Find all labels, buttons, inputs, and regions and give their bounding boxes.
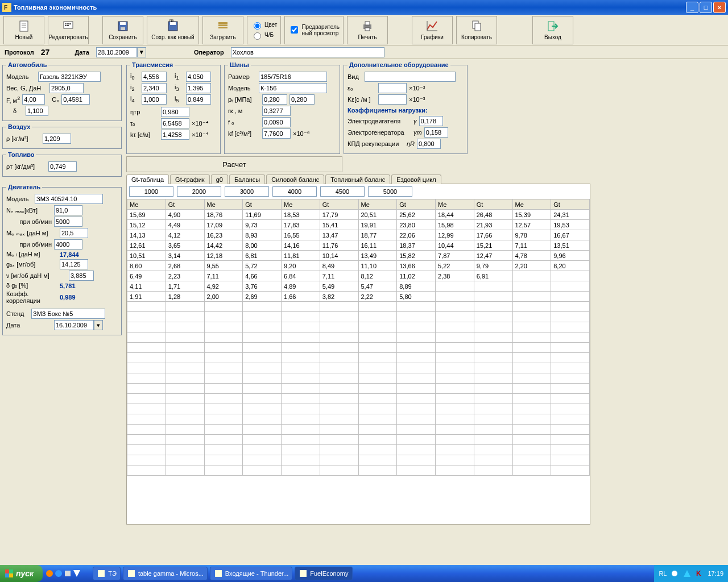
tab-0[interactable]: Gt-таблица	[126, 174, 169, 184]
cell[interactable]	[166, 353, 204, 363]
cell[interactable]	[512, 414, 551, 425]
cell[interactable]	[243, 404, 282, 414]
cell[interactable]	[320, 455, 358, 465]
trans-i3-input[interactable]	[186, 83, 211, 93]
cell[interactable]	[282, 445, 320, 455]
cell[interactable]	[474, 363, 512, 373]
cell[interactable]	[243, 353, 282, 363]
cell[interactable]	[358, 404, 397, 414]
cell[interactable]	[358, 414, 397, 425]
cell[interactable]	[320, 363, 358, 373]
cell[interactable]	[320, 312, 358, 322]
cell[interactable]	[551, 384, 590, 394]
tab-3[interactable]: Балансы	[229, 174, 265, 184]
cell[interactable]	[512, 281, 551, 292]
cell[interactable]	[474, 281, 512, 292]
cell[interactable]	[474, 343, 512, 353]
cell[interactable]: 12,61	[127, 240, 166, 251]
tab-5[interactable]: Топливный баланс	[325, 174, 390, 184]
cell[interactable]: 16,55	[282, 230, 320, 240]
copy-button[interactable]: Копировать	[456, 16, 497, 44]
engine-Memax-rpm-input[interactable]	[54, 239, 82, 250]
cell[interactable]	[512, 404, 551, 414]
cell[interactable]	[551, 302, 590, 312]
cell[interactable]: 8,00	[243, 240, 282, 251]
date-input[interactable]	[96, 47, 137, 57]
cell[interactable]	[436, 394, 474, 404]
cell[interactable]	[397, 404, 436, 414]
auto-weight-input[interactable]	[49, 83, 84, 93]
cell[interactable]	[358, 302, 397, 312]
cell[interactable]: 16,11	[358, 240, 397, 251]
extra-elmot-input[interactable]	[419, 116, 443, 126]
cell[interactable]: 7,11	[512, 240, 551, 251]
cell[interactable]: 8,20	[551, 261, 590, 271]
quicklaunch-icon[interactable]	[72, 569, 81, 578]
cell[interactable]	[204, 363, 243, 373]
cell[interactable]	[512, 455, 551, 465]
cell[interactable]	[358, 373, 397, 384]
cell[interactable]	[282, 302, 320, 312]
cell[interactable]: 7,11	[320, 271, 358, 281]
cell[interactable]	[243, 394, 282, 404]
graphs-button[interactable]: Графики	[412, 16, 453, 44]
cell[interactable]: 10,44	[436, 240, 474, 251]
cell[interactable]	[397, 384, 436, 394]
cell[interactable]: 15,41	[320, 220, 358, 230]
cell[interactable]: 6,91	[474, 271, 512, 281]
cell[interactable]	[397, 343, 436, 353]
extra-kind-input[interactable]	[365, 72, 456, 82]
cell[interactable]	[320, 353, 358, 363]
start-button[interactable]: пуск	[0, 565, 43, 582]
cell[interactable]	[320, 343, 358, 353]
save-button[interactable]: Сохранить	[102, 16, 143, 44]
tray-icon[interactable]: K	[695, 569, 704, 578]
cell[interactable]	[282, 343, 320, 353]
trans-i2-input[interactable]	[142, 83, 167, 93]
cell[interactable]	[551, 373, 590, 384]
cell[interactable]: 4,66	[243, 271, 282, 281]
cell[interactable]: 25,62	[397, 210, 436, 220]
cell[interactable]: 17,79	[320, 210, 358, 220]
cell[interactable]: 12,57	[512, 220, 551, 230]
cell[interactable]: 2,00	[204, 292, 243, 302]
cell[interactable]	[474, 373, 512, 384]
cell[interactable]	[320, 373, 358, 384]
cell[interactable]	[204, 425, 243, 435]
auto-F-input[interactable]	[22, 94, 45, 105]
cell[interactable]: 10,14	[320, 251, 358, 261]
cell[interactable]	[551, 332, 590, 343]
cell[interactable]: 9,79	[474, 261, 512, 271]
cell[interactable]	[282, 465, 320, 476]
cell[interactable]: 4,78	[512, 251, 551, 261]
cell[interactable]	[512, 312, 551, 322]
cell[interactable]	[512, 292, 551, 302]
cell[interactable]: 17,09	[204, 220, 243, 230]
cell[interactable]	[397, 414, 436, 425]
cell[interactable]: 19,91	[358, 220, 397, 230]
date-dropdown-button[interactable]: ▾	[137, 47, 146, 57]
cell[interactable]	[243, 312, 282, 322]
cell[interactable]	[243, 322, 282, 332]
cell[interactable]	[436, 435, 474, 445]
engine-nu-input[interactable]	[69, 271, 94, 281]
cell[interactable]	[436, 332, 474, 343]
cell[interactable]	[512, 465, 551, 476]
cell[interactable]	[243, 414, 282, 425]
cell[interactable]	[551, 404, 590, 414]
cell[interactable]	[243, 435, 282, 445]
cell[interactable]	[436, 465, 474, 476]
cell[interactable]	[436, 302, 474, 312]
tab-2[interactable]: g0	[211, 174, 228, 184]
cell[interactable]: 15,82	[397, 251, 436, 261]
rpm-input[interactable]	[368, 186, 412, 197]
cell[interactable]: 5,49	[320, 281, 358, 292]
cell[interactable]	[512, 425, 551, 435]
cell[interactable]	[204, 384, 243, 394]
cell[interactable]: 19,53	[551, 220, 590, 230]
cell[interactable]	[282, 363, 320, 373]
cell[interactable]: 3,14	[166, 251, 204, 261]
tires-f0-input[interactable]	[262, 117, 291, 127]
cell[interactable]	[243, 302, 282, 312]
exit-button[interactable]: Выход	[532, 16, 573, 44]
